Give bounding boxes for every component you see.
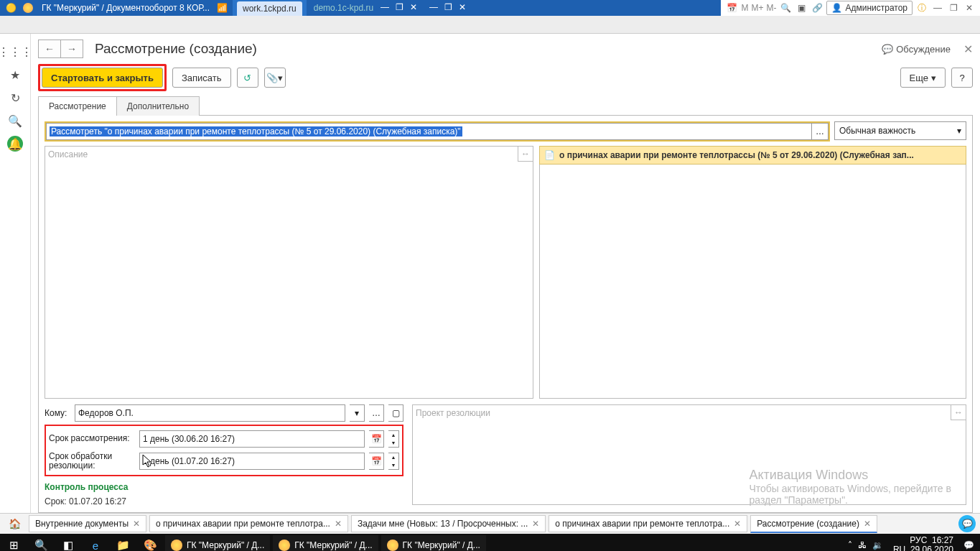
- sound-icon[interactable]: 🔉: [872, 540, 883, 550]
- action-toolbar: Стартовать и закрыть Записать ↺ 📎▾ Еще▾ …: [38, 64, 973, 91]
- doc-tab-1[interactable]: Внутренние документы✕: [29, 515, 146, 532]
- taskbar-app-3[interactable]: ГК "Меркурий" / Д...: [381, 535, 486, 551]
- explorer-icon[interactable]: 📁: [109, 534, 136, 551]
- doc-tab-3-label: Задачи мне (Новых: 13 / Просроченных: ..…: [358, 519, 528, 529]
- edge-icon[interactable]: e: [82, 534, 109, 551]
- link-icon[interactable]: 🔗: [811, 3, 823, 13]
- attached-doc-link[interactable]: 📄 о причинах аварии при ремонте теплотра…: [539, 146, 966, 165]
- komu-open[interactable]: ▢: [388, 404, 403, 422]
- m-btn[interactable]: M: [741, 3, 748, 13]
- forward-button[interactable]: →: [60, 40, 83, 58]
- doc-icon: 📄: [544, 150, 555, 160]
- winmax-icon[interactable]: ❐: [947, 3, 960, 13]
- apps-icon[interactable]: ⋮⋮⋮: [7, 44, 23, 60]
- close-icon[interactable]: ✕: [734, 519, 741, 529]
- deadline-review-input[interactable]: 1 день (30.06.20 16:27): [139, 430, 365, 448]
- chevron-down-icon: ▾: [931, 73, 936, 83]
- search-taskbar-icon[interactable]: 🔍: [27, 534, 55, 551]
- tab-review[interactable]: Рассмотрение: [38, 96, 117, 116]
- clock[interactable]: РУС 16:27 RU 29.06.2020: [889, 536, 958, 551]
- start-close-button[interactable]: Стартовать и закрыть: [42, 68, 163, 88]
- winclose-icon[interactable]: ✕: [963, 3, 976, 13]
- mminus-btn[interactable]: M-: [766, 3, 776, 13]
- subject-input[interactable]: Рассмотреть "о причинах аварии при ремон…: [46, 123, 812, 140]
- more-label: Еще: [910, 73, 928, 83]
- dropdown-icon[interactable]: [23, 3, 33, 13]
- attach-button[interactable]: 📎▾: [264, 68, 286, 88]
- nav-group: ← →: [38, 40, 83, 58]
- network-icon[interactable]: 🖧: [858, 540, 867, 550]
- form-body: Рассмотреть "о причинах аварии при ремон…: [38, 116, 973, 513]
- bottom-fields: Кому: Федоров О.П. ▾ … ▢ Срок рассмотрен…: [45, 404, 966, 506]
- left-area: Описание ↔: [45, 146, 533, 399]
- control-process-link[interactable]: Контроль процесса: [45, 482, 403, 492]
- start-button[interactable]: ⊞: [0, 534, 27, 551]
- resolution-textarea[interactable]: Проект резолюции ↔: [412, 404, 966, 505]
- browser-tab-active[interactable]: work.1ckpd.ru: [237, 1, 302, 16]
- chevron-down-icon: ▾: [957, 126, 961, 136]
- notifications-icon[interactable]: 💬: [963, 540, 974, 550]
- komu-label: Кому:: [45, 408, 70, 418]
- clip-icon: 📎▾: [266, 73, 283, 83]
- spinner-1[interactable]: ▲▼: [388, 430, 399, 448]
- doc-tab-5-label: Рассмотрение (создание): [757, 519, 859, 529]
- taskbar-app-1[interactable]: ГК "Меркурий" / Д...: [165, 535, 270, 551]
- newwin-icon[interactable]: ▣: [795, 3, 808, 13]
- komu-ellipsis[interactable]: …: [369, 404, 384, 422]
- expand-resolution-button[interactable]: ↔: [951, 405, 966, 420]
- close-icon[interactable]: ✕: [408, 2, 419, 14]
- max2-icon[interactable]: ❐: [442, 2, 454, 14]
- close-icon[interactable]: ✕: [133, 519, 140, 529]
- taskview-icon[interactable]: ◧: [55, 534, 82, 551]
- bell-icon[interactable]: 🔔: [7, 136, 23, 152]
- info-icon[interactable]: ⓘ: [915, 2, 928, 14]
- komu-dropdown[interactable]: ▾: [350, 404, 365, 422]
- home-button[interactable]: 🏠: [0, 518, 29, 529]
- window-titlebar: 🟡 ГК "Меркурий" / Документооборот 8 КОР.…: [0, 0, 980, 16]
- priority-select[interactable]: Обычная важность▾: [834, 121, 966, 140]
- document-tabs-bar: 🏠 Внутренние документы✕ о причинах авари…: [0, 513, 980, 534]
- discuss-link[interactable]: 💬Обсуждение: [882, 44, 951, 55]
- description-textarea[interactable]: Описание ↔: [45, 146, 533, 399]
- mplus-btn[interactable]: M+: [751, 3, 763, 13]
- refresh-button[interactable]: ↺: [237, 68, 258, 88]
- zoom-icon[interactable]: 🔍: [779, 3, 792, 13]
- search-icon[interactable]: 🔍: [7, 113, 23, 129]
- close-page-icon[interactable]: ✕: [963, 42, 973, 56]
- user-button[interactable]: 👤Администратор: [826, 1, 913, 15]
- close-icon[interactable]: ✕: [864, 519, 871, 529]
- doc-tab-3[interactable]: Задачи мне (Новых: 13 / Просроченных: ..…: [351, 515, 546, 532]
- back-button[interactable]: ←: [38, 40, 60, 58]
- winmin-icon[interactable]: —: [931, 3, 944, 13]
- expand-desc-button[interactable]: ↔: [518, 147, 533, 162]
- history-icon[interactable]: ↻: [7, 90, 23, 106]
- close-icon[interactable]: ✕: [335, 519, 342, 529]
- taskbar-app-2[interactable]: ГК "Меркурий" / Д...: [273, 535, 378, 551]
- calendar-icon[interactable]: 📅: [725, 3, 738, 13]
- subject-ellipsis-button[interactable]: …: [812, 123, 829, 140]
- spinner-2[interactable]: ▲▼: [388, 453, 399, 470]
- calendar-button-2[interactable]: 📅: [369, 453, 384, 470]
- close-icon[interactable]: ✕: [532, 519, 539, 529]
- doc-tab-4[interactable]: о причинах аварии при ремонте теплотра..…: [549, 515, 747, 532]
- min2-icon[interactable]: —: [428, 2, 439, 14]
- window-title: ГК "Меркурий" / Документооборот 8 КОР...: [39, 3, 213, 13]
- star-icon[interactable]: ★: [7, 67, 23, 83]
- help-button[interactable]: ?: [951, 68, 973, 88]
- calendar-button-1[interactable]: 📅: [369, 430, 384, 448]
- min-icon[interactable]: —: [379, 2, 391, 14]
- attach-body: [539, 165, 966, 399]
- highlight-box-2: Срок рассмотрения: 1 день (30.06.20 16:2…: [45, 425, 403, 476]
- tray-up-icon[interactable]: ˄: [848, 540, 852, 550]
- close2-icon[interactable]: ✕: [457, 2, 468, 14]
- write-button[interactable]: Записать: [172, 68, 231, 88]
- deadline-resolution-input[interactable]: 1 день (01.07.20 16:27): [139, 453, 365, 470]
- more-button[interactable]: Еще▾: [900, 68, 946, 88]
- max-icon[interactable]: ❐: [393, 2, 405, 14]
- doc-tab-5[interactable]: Рассмотрение (создание)✕: [750, 515, 877, 533]
- support-chat-button[interactable]: 💬: [958, 515, 976, 532]
- doc-tab-2[interactable]: о причинах аварии при ремонте теплотра..…: [149, 515, 348, 532]
- tab-additional[interactable]: Дополнительно: [116, 96, 200, 116]
- komu-input[interactable]: Федоров О.П.: [75, 404, 345, 422]
- app-icon[interactable]: 🎨: [136, 534, 164, 551]
